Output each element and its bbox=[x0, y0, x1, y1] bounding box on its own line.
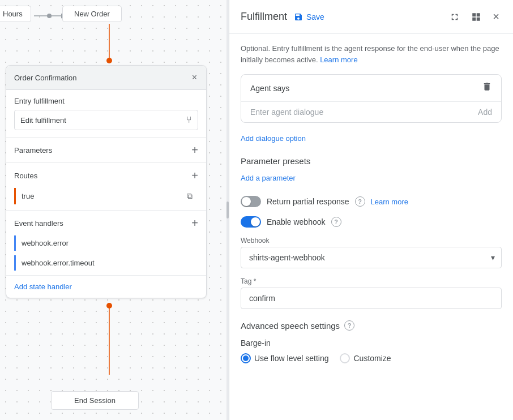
order-confirmation-card: Order Confirmation × Entry fulfillment E… bbox=[6, 65, 207, 298]
edit-fulfillment-text: Edit fulfillment bbox=[20, 116, 66, 125]
barge-in-customize-option[interactable]: Customize bbox=[340, 353, 391, 363]
agent-says-label: Agent says bbox=[250, 84, 289, 93]
add-parameter-button[interactable]: Add a parameter bbox=[241, 172, 296, 185]
new-order-label: New Order bbox=[74, 10, 110, 18]
enable-webhook-help-icon[interactable]: ? bbox=[331, 217, 341, 227]
header-actions: × bbox=[447, 8, 502, 25]
return-partial-toggle[interactable] bbox=[241, 196, 261, 207]
advanced-speech-label: Advanced speech settings bbox=[241, 321, 340, 331]
event-item-webhook-error[interactable]: webhook.error bbox=[14, 235, 198, 251]
event-handlers-section: Event handlers + webhook.error webhook.e… bbox=[6, 211, 206, 276]
agent-says-header: Agent says bbox=[241, 75, 501, 102]
parameters-label: Parameters bbox=[14, 146, 52, 155]
toggle-thumb bbox=[242, 197, 251, 206]
barge-in-customize-radio[interactable] bbox=[340, 353, 350, 363]
close-panel-button[interactable]: × bbox=[490, 8, 502, 25]
route-item[interactable]: true ⧉ bbox=[14, 188, 198, 204]
advanced-speech-row: Advanced speech settings ? bbox=[241, 320, 502, 331]
flow-canvas: Hours New Order Order Confirmation × Ent… bbox=[0, 0, 226, 420]
routes-header: Routes + bbox=[6, 163, 206, 188]
tag-section: Tag * bbox=[241, 277, 502, 309]
fork-icon: ⑂ bbox=[186, 115, 192, 125]
webhook-toggle-thumb bbox=[251, 217, 260, 226]
agent-input-row: Add bbox=[241, 102, 501, 122]
webhook-field-label: Webhook bbox=[241, 237, 502, 245]
copy-icon: ⧉ bbox=[187, 191, 193, 201]
add-route-button[interactable]: + bbox=[191, 170, 198, 181]
add-dialogue-option-button[interactable]: Add dialogue option bbox=[241, 132, 306, 145]
fulfillment-panel: Fulfillment Save × bbox=[229, 0, 513, 420]
routes-section: Routes + true ⧉ bbox=[6, 163, 206, 211]
card-header: Order Confirmation × bbox=[6, 66, 206, 90]
enable-webhook-row: Enable webhook ? bbox=[241, 216, 502, 228]
split-button[interactable] bbox=[469, 10, 484, 24]
webhook-error-label: webhook.error bbox=[22, 239, 69, 247]
save-label: Save bbox=[306, 12, 324, 22]
entry-fulfillment-section: Entry fulfillment Edit fulfillment ⑂ bbox=[6, 90, 206, 138]
parameters-section[interactable]: Parameters + bbox=[6, 138, 206, 163]
hours-node-label: Hours bbox=[3, 10, 23, 18]
parameter-presets-heading: Parameter presets bbox=[241, 156, 502, 166]
radio-selected-dot bbox=[243, 355, 249, 361]
webhook-section: Webhook shirts-agent-webhook ▾ bbox=[241, 237, 502, 268]
entry-fulfillment-label: Entry fulfillment bbox=[14, 97, 198, 105]
return-partial-learn-more[interactable]: Learn more bbox=[371, 198, 408, 206]
new-order-node[interactable]: New Order bbox=[62, 6, 122, 22]
webhook-select-wrapper: shirts-agent-webhook ▾ bbox=[241, 247, 502, 268]
routes-label: Routes bbox=[14, 172, 37, 180]
add-state-handler[interactable]: Add state handler bbox=[6, 276, 206, 298]
tag-input[interactable] bbox=[241, 288, 502, 309]
enable-webhook-toggle[interactable] bbox=[241, 216, 261, 228]
enable-webhook-label: Enable webhook bbox=[267, 217, 326, 226]
barge-in-flow-label: Use flow level setting bbox=[254, 354, 329, 363]
divider-handle bbox=[226, 202, 229, 218]
barge-in-flow-option[interactable]: Use flow level setting bbox=[241, 353, 329, 363]
add-text-label: Add bbox=[478, 108, 492, 117]
agent-says-card: Agent says Add bbox=[241, 74, 502, 123]
barge-in-options: Use flow level setting Customize bbox=[241, 353, 502, 363]
webhook-error-timeout-label: webhook.error.timeout bbox=[22, 259, 95, 267]
trash-icon bbox=[482, 82, 492, 92]
barge-in-customize-label: Customize bbox=[353, 354, 391, 363]
description: Optional. Entry fulfillment is the agent… bbox=[241, 43, 502, 65]
fulfillment-header: Fulfillment Save × bbox=[229, 0, 513, 34]
card-title: Order Confirmation bbox=[14, 74, 77, 82]
barge-in-flow-radio[interactable] bbox=[241, 353, 251, 363]
advanced-speech-help-icon[interactable]: ? bbox=[344, 320, 354, 331]
fulfillment-body: Optional. Entry fulfillment is the agent… bbox=[229, 34, 513, 420]
add-parameter-button[interactable]: + bbox=[191, 144, 198, 156]
route-true-label: true bbox=[22, 192, 34, 200]
add-event-handler-button[interactable]: + bbox=[191, 217, 198, 229]
learn-more-link[interactable]: Learn more bbox=[320, 55, 357, 64]
webhook-select[interactable]: shirts-agent-webhook bbox=[241, 247, 502, 268]
event-item-webhook-error-timeout[interactable]: webhook.error.timeout bbox=[14, 255, 198, 271]
end-session-node[interactable]: End Session bbox=[51, 391, 139, 410]
event-handlers-label: Event handlers bbox=[14, 219, 63, 228]
split-icon bbox=[471, 12, 481, 22]
event-handlers-header: Event handlers + bbox=[6, 211, 206, 235]
delete-agent-says-button[interactable] bbox=[482, 82, 492, 95]
end-session-label: End Session bbox=[74, 396, 116, 405]
return-partial-row: Return partial response ? Learn more bbox=[241, 196, 502, 207]
card-close-button[interactable]: × bbox=[191, 71, 198, 84]
edit-fulfillment-row[interactable]: Edit fulfillment ⑂ bbox=[14, 110, 198, 130]
close-icon: × bbox=[493, 10, 499, 23]
save-icon bbox=[294, 12, 303, 22]
panel-divider bbox=[226, 0, 229, 420]
header-left: Fulfillment Save bbox=[241, 11, 324, 23]
save-button[interactable]: Save bbox=[294, 12, 324, 22]
return-partial-label: Return partial response bbox=[267, 197, 349, 206]
agent-dialogue-input[interactable] bbox=[250, 108, 478, 117]
tag-field-label: Tag * bbox=[241, 277, 502, 285]
expand-button[interactable] bbox=[447, 10, 462, 24]
hours-node[interactable]: Hours bbox=[0, 6, 31, 22]
expand-icon bbox=[450, 12, 460, 22]
return-partial-help-icon[interactable]: ? bbox=[355, 196, 365, 207]
fulfillment-title: Fulfillment bbox=[241, 11, 287, 23]
barge-in-label: Barge-in bbox=[241, 338, 502, 348]
